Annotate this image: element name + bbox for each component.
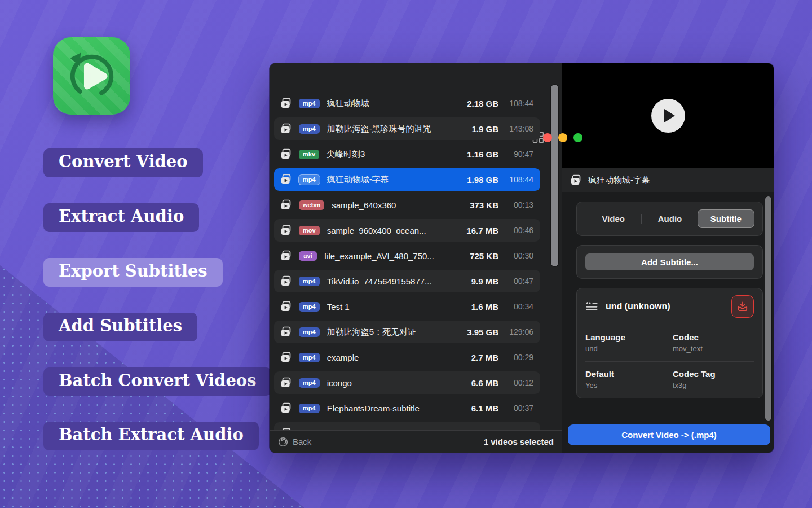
back-circle-arrow-icon — [278, 437, 288, 447]
video-stack-icon — [571, 174, 582, 186]
file-size: 725 KB — [470, 251, 498, 261]
file-duration: 00:37 — [504, 404, 533, 413]
close-window-button[interactable] — [543, 133, 552, 142]
file-list-row[interactable]: mp4 TikVid.io_7475649155877... 9.9 MB 00… — [274, 270, 540, 292]
file-duration: 129:06 — [504, 327, 533, 336]
file-list-row[interactable]: mp4 加勒比海盗5：死无对证 3.95 GB 129:06 — [274, 321, 540, 343]
file-title: icongo — [327, 378, 471, 388]
file-list-row[interactable]: mp4 疯狂动物城-字幕 1.98 GB 108:44 — [274, 168, 540, 191]
file-title: 疯狂动物城-字幕 — [327, 174, 467, 185]
format-badge: mp4 — [299, 378, 320, 388]
file-title: sample_960x400_ocean... — [327, 226, 467, 235]
file-duration: 00:47 — [504, 277, 533, 286]
file-list-row[interactable]: mp4 疯狂动物城 2.18 GB 108:44 — [274, 92, 540, 115]
inspector-pane: 疯狂动物城-字幕 VideoAudioSubtitle Add Subtitle… — [562, 63, 774, 453]
play-icon — [664, 109, 675, 122]
add-subtitle-button[interactable]: Add Subtitle... — [585, 253, 754, 270]
feature-menu-item[interactable]: Batch Convert Videos — [43, 367, 272, 396]
video-stack-icon — [281, 225, 292, 236]
format-badge: mp4 — [299, 353, 320, 362]
field-label: Default — [585, 369, 673, 379]
video-stack-icon — [281, 326, 292, 338]
file-size: 6.1 MB — [471, 404, 498, 413]
file-size: 1.98 GB — [467, 175, 498, 185]
subtitle-track-card: und (unknown) Language und Codec mov_tex… — [576, 288, 763, 398]
file-duration: 00:12 — [504, 378, 533, 387]
feature-menu-item[interactable]: Convert Video — [43, 148, 203, 177]
video-stack-icon — [281, 275, 292, 287]
tab-subtitle[interactable]: Subtitle — [698, 210, 754, 227]
file-list-row[interactable] — [274, 422, 540, 430]
inspector-content: VideoAudioSubtitle Add Subtitle... und (… — [562, 192, 774, 421]
file-title: 尖峰时刻3 — [326, 149, 467, 160]
file-list-scrollbar[interactable] — [551, 85, 558, 266]
traffic-lights — [543, 133, 582, 142]
feature-menu-item[interactable]: Batch Extract Audio — [43, 422, 259, 450]
field-value: tx3g — [673, 381, 754, 389]
track-fields-row-2: Default Yes Codec Tag tx3g — [577, 362, 762, 398]
subtitle-track-header: und (unknown) — [577, 288, 762, 325]
file-list-pane: mp4 疯狂动物城 2.18 GB 108:44 mp4 加勒比海盗-黑珍珠号的… — [270, 63, 562, 453]
file-size: 1.9 GB — [471, 124, 498, 134]
format-badge: mkv — [299, 150, 319, 159]
stream-tabs-card: VideoAudioSubtitle — [576, 202, 763, 236]
feature-menu-item[interactable]: Export Subtitles — [43, 258, 223, 287]
inspector-video-title: 疯狂动物城-字幕 — [588, 175, 650, 186]
file-duration: 00:29 — [504, 353, 533, 362]
file-list-row[interactable]: avi file_example_AVI_480_750... 725 KB 0… — [274, 244, 540, 267]
file-size: 6.6 MB — [471, 378, 498, 388]
format-badge: mp4 — [299, 277, 320, 286]
inspector-title-bar: 疯狂动物城-字幕 — [562, 168, 774, 192]
file-list-row[interactable]: mov sample_960x400_ocean... 16.7 MB 00:4… — [274, 219, 540, 242]
track-fields-row-1: Language und Codec mov_text — [577, 325, 762, 361]
file-size: 16.7 MB — [466, 226, 498, 235]
inspector-scrollbar[interactable] — [765, 196, 771, 421]
file-duration: 00:13 — [504, 200, 533, 209]
export-subtitle-button[interactable] — [731, 295, 754, 318]
tab-audio[interactable]: Audio — [642, 210, 698, 227]
file-list: mp4 疯狂动物城 2.18 GB 108:44 mp4 加勒比海盗-黑珍珠号的… — [274, 92, 540, 430]
feature-menu-item[interactable]: Add Subtitles — [43, 313, 197, 341]
field-label: Codec Tag — [673, 369, 754, 379]
back-label: Back — [293, 437, 311, 446]
back-button[interactable]: Back — [278, 437, 311, 447]
file-duration: 143:08 — [504, 124, 533, 133]
file-title: Test 1 — [327, 302, 471, 312]
file-size: 2.7 MB — [471, 353, 498, 362]
file-list-row[interactable]: mp4 ElephantsDream-subtitle 6.1 MB 00:37 — [274, 397, 540, 419]
export-tray-icon — [736, 300, 749, 313]
file-list-row[interactable]: mp4 加勒比海盗-黑珍珠号的诅咒 1.9 GB 143:08 — [274, 117, 540, 140]
stream-tabs: VideoAudioSubtitle — [585, 210, 754, 227]
video-stack-icon — [281, 402, 292, 414]
format-badge: avi — [299, 251, 317, 261]
field-label: Language — [585, 332, 673, 342]
file-size: 2.18 GB — [467, 99, 498, 108]
play-button[interactable] — [651, 99, 685, 133]
track-field: Default Yes — [585, 369, 673, 389]
file-list-row[interactable]: webm sample_640x360 373 KB 00:13 — [274, 194, 540, 216]
video-stack-icon — [281, 301, 292, 312]
tab-video[interactable]: Video — [585, 210, 641, 227]
file-title: example — [327, 353, 471, 362]
field-value: Yes — [585, 381, 673, 389]
file-title: ElephantsDream-subtitle — [327, 404, 471, 413]
file-duration: 00:46 — [504, 226, 533, 235]
video-stack-icon — [281, 174, 292, 185]
format-badge: mp4 — [299, 404, 320, 413]
file-duration: 108:44 — [504, 99, 533, 108]
file-list-row[interactable]: mp4 Test 1 1.6 MB 00:34 — [274, 295, 540, 318]
file-list-row[interactable]: mkv 尖峰时刻3 1.16 GB 90:47 — [274, 143, 540, 165]
track-field: Codec mov_text — [673, 332, 754, 353]
file-list-row[interactable]: mp4 icongo 6.6 MB 00:12 — [274, 371, 540, 394]
zoom-window-button[interactable] — [573, 133, 582, 142]
minimize-window-button[interactable] — [558, 133, 567, 142]
convert-video-button[interactable]: Convert Video -> (.mp4) — [568, 424, 770, 445]
file-list-row[interactable]: mp4 example 2.7 MB 00:29 — [274, 346, 540, 369]
file-title: sample_640x360 — [332, 200, 470, 210]
feature-menu-item[interactable]: Extract Audio — [43, 203, 199, 232]
format-badge: mov — [299, 226, 320, 235]
field-value: und — [585, 344, 673, 353]
file-title: 疯狂动物城 — [327, 98, 467, 109]
file-title: 加勒比海盗-黑珍珠号的诅咒 — [327, 124, 472, 134]
file-duration: 90:47 — [504, 150, 533, 159]
